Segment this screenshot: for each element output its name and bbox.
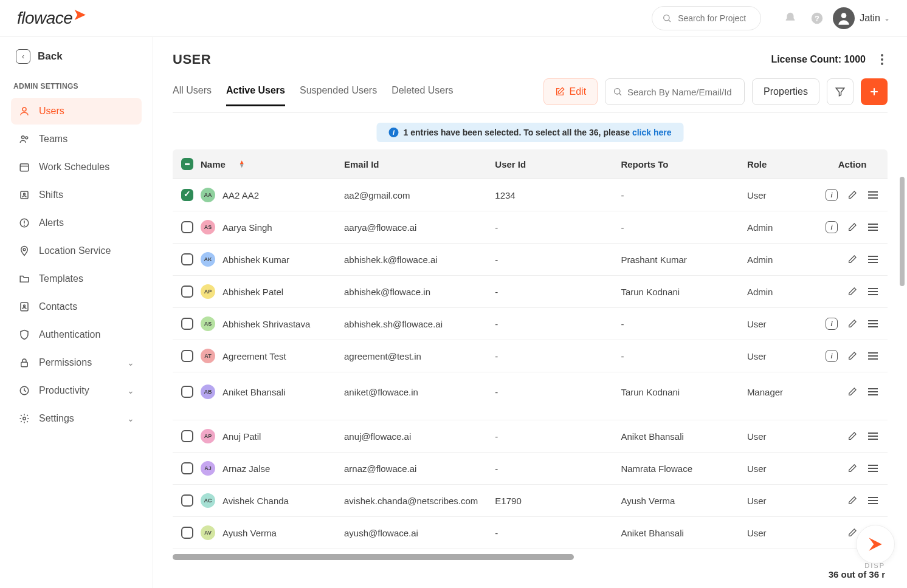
user-name-cell: Aniket Bhansali — [222, 387, 285, 397]
svg-line-22 — [619, 94, 621, 95]
table-row: AC Avishek Chanda avishek.chanda@netscri… — [173, 485, 888, 517]
row-menu-icon[interactable] — [867, 285, 879, 298]
row-checkbox[interactable] — [181, 318, 193, 330]
col-email[interactable]: Email Id — [336, 149, 486, 179]
sidebar-item-location-service[interactable]: Location Service — [11, 238, 142, 264]
row-menu-icon[interactable] — [867, 253, 879, 265]
row-menu-icon[interactable] — [867, 189, 879, 201]
search-project-input[interactable] — [678, 13, 751, 23]
row-checkbox[interactable] — [181, 527, 193, 539]
sidebar-item-permissions[interactable]: Permissions⌄ — [11, 349, 142, 376]
more-menu-icon[interactable] — [877, 54, 888, 65]
table-row: AK Abhishek Kumar abhishek.k@flowace.ai … — [173, 244, 888, 276]
add-user-button[interactable] — [861, 78, 888, 105]
search-users-input[interactable] — [627, 87, 737, 97]
floating-logo[interactable] — [856, 525, 895, 564]
tab-active-users[interactable]: Active Users — [226, 85, 285, 106]
tab-deleted-users[interactable]: Deleted Users — [391, 85, 453, 106]
svg-point-5 — [22, 108, 26, 111]
edit-row-icon[interactable] — [846, 221, 858, 233]
tab-suspended-users[interactable]: Suspended Users — [300, 85, 377, 106]
sidebar-item-shifts[interactable]: Shifts — [11, 182, 142, 208]
vertical-scrollbar[interactable] — [900, 177, 905, 286]
sort-icon[interactable]: ▲▼ — [239, 160, 245, 168]
sidebar-item-teams[interactable]: Teams — [11, 126, 142, 152]
sidebar-item-settings[interactable]: Settings⌄ — [11, 405, 142, 432]
edit-row-icon[interactable] — [846, 253, 858, 265]
user-name-cell: Ayush Verma — [222, 528, 277, 538]
role-cell: User — [739, 453, 817, 485]
user-avatar: AT — [201, 349, 215, 363]
user-avatar: AV — [201, 525, 215, 540]
role-cell: Admin — [739, 244, 817, 276]
row-checkbox[interactable] — [181, 430, 193, 442]
info-icon[interactable]: i — [826, 221, 838, 233]
info-icon[interactable]: i — [826, 318, 838, 330]
userid-cell: - — [486, 211, 612, 244]
user-avatar: AP — [201, 284, 215, 299]
edit-row-icon[interactable] — [846, 189, 858, 201]
brand-logo: flowace ➤ — [17, 9, 86, 28]
row-checkbox[interactable] — [181, 253, 193, 265]
sidebar-item-templates[interactable]: Templates — [11, 265, 142, 292]
row-menu-icon[interactable] — [867, 462, 879, 474]
plus-icon — [868, 86, 880, 98]
edit-row-icon[interactable] — [846, 386, 858, 398]
calendar-icon — [18, 161, 30, 173]
row-checkbox[interactable] — [181, 386, 193, 398]
sidebar-item-work-schedules[interactable]: Work Schedules — [11, 154, 142, 180]
row-menu-icon[interactable] — [867, 494, 879, 507]
edit-row-icon[interactable] — [846, 494, 858, 507]
help-icon[interactable]: ? — [806, 7, 828, 29]
role-cell: User — [739, 485, 817, 517]
chevron-down-icon[interactable]: ⌄ — [884, 14, 890, 22]
edit-row-icon[interactable] — [846, 430, 858, 442]
edit-row-icon[interactable] — [846, 318, 858, 330]
role-cell: Manager — [739, 372, 817, 420]
sidebar-item-authentication[interactable]: Authentication — [11, 321, 142, 348]
row-menu-icon[interactable] — [867, 350, 879, 362]
row-menu-icon[interactable] — [867, 386, 879, 398]
edit-row-icon[interactable] — [846, 285, 858, 298]
sidebar-item-contacts[interactable]: Contacts — [11, 293, 142, 320]
row-checkbox[interactable] — [181, 350, 193, 362]
info-icon[interactable]: i — [826, 189, 838, 201]
edit-button[interactable]: Edit — [543, 78, 598, 105]
properties-button[interactable]: Properties — [752, 78, 819, 105]
col-name[interactable]: Name ▲▼ — [173, 149, 336, 179]
row-menu-icon[interactable] — [867, 318, 879, 330]
row-checkbox[interactable] — [181, 221, 193, 233]
toolbar: All UsersActive UsersSuspended UsersDele… — [173, 78, 888, 113]
select-all-checkbox[interactable] — [181, 158, 193, 170]
sidebar-item-users[interactable]: Users — [11, 98, 142, 125]
row-menu-icon[interactable] — [867, 430, 879, 442]
user-name-cell: Abhishek Shrivastava — [222, 319, 310, 329]
edit-row-icon[interactable] — [846, 462, 858, 474]
horizontal-scrollbar[interactable] — [173, 554, 574, 560]
row-checkbox[interactable] — [181, 285, 193, 298]
col-role[interactable]: Role — [739, 149, 817, 179]
filter-button[interactable] — [827, 78, 854, 105]
sidebar-item-productivity[interactable]: Productivity⌄ — [11, 377, 142, 404]
main: USER License Count: 1000 All UsersActive… — [153, 37, 907, 588]
search-users[interactable] — [605, 78, 745, 105]
search-project[interactable] — [652, 6, 761, 30]
user-avatar: AC — [201, 493, 215, 508]
edit-row-icon[interactable] — [846, 350, 858, 362]
chevron-down-icon: ⌄ — [127, 358, 134, 368]
tab-all-users[interactable]: All Users — [173, 85, 212, 106]
row-checkbox[interactable] — [181, 189, 193, 201]
sidebar-item-alerts[interactable]: Alerts — [11, 210, 142, 236]
sidebar-item-label: Authentication — [39, 329, 100, 340]
row-menu-icon[interactable] — [867, 221, 879, 233]
back-button[interactable]: ‹ Back — [11, 48, 142, 65]
row-checkbox[interactable] — [181, 494, 193, 507]
row-checkbox[interactable] — [181, 462, 193, 474]
col-reports[interactable]: Reports To — [612, 149, 738, 179]
info-icon[interactable]: i — [826, 350, 838, 362]
avatar[interactable] — [833, 7, 855, 29]
col-userid[interactable]: User Id — [486, 149, 612, 179]
notifications-icon[interactable] — [779, 7, 801, 29]
select-all-link[interactable]: click here — [632, 128, 672, 137]
svg-point-17 — [24, 305, 26, 307]
